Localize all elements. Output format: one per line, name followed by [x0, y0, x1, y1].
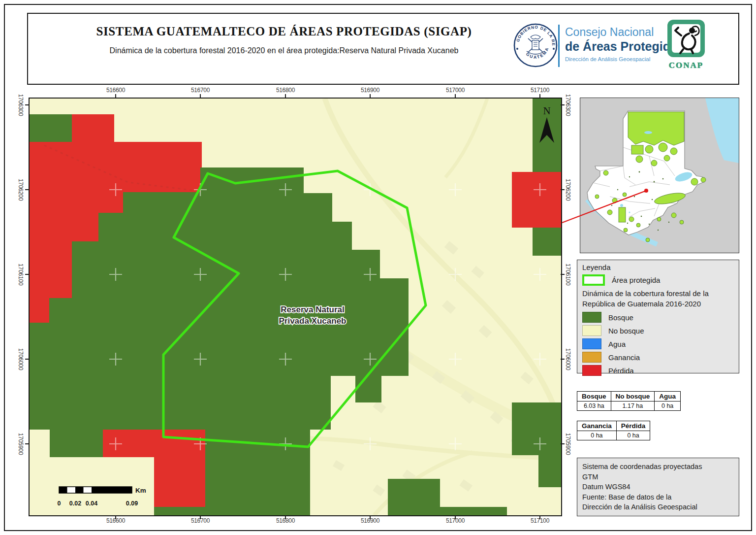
axis-tick: [370, 515, 371, 519]
area-protegida-swatch: [582, 274, 605, 286]
axis-tick: [539, 94, 540, 98]
svg-text:0.02: 0.02: [69, 500, 81, 507]
x-axis-label: 516900: [361, 87, 379, 94]
legend-section-title: Dinámica de la cobertura forestal de la …: [582, 288, 739, 309]
x-axis-label: 516800: [276, 87, 295, 94]
title-block: SISTEMA GUATEMALTECO DE ÁREAS PROTEGIDAS…: [67, 25, 501, 55]
legend-item-label: Agua: [608, 340, 626, 348]
change-header: Ganancia: [577, 421, 617, 431]
area-label-line2: Privada Xucaneb: [279, 316, 346, 326]
coverage-value: 1.17 ha: [611, 401, 655, 411]
axis-tick: [561, 189, 565, 190]
axis-tick: [200, 515, 201, 519]
change-table: Ganancia Pérdida 0 ha 0 ha: [577, 421, 650, 440]
info-line: Fuente: Base de datos de la: [582, 492, 734, 502]
north-label: N: [543, 105, 550, 117]
scale-unit: Km: [135, 487, 146, 494]
svg-text:0: 0: [58, 500, 61, 507]
legend-title: Leyenda: [582, 263, 739, 271]
page-title: SISTEMA GUATEMALTECO DE ÁREAS PROTEGIDAS…: [67, 25, 501, 38]
y-axis-label: 1705900: [17, 433, 24, 455]
ganancia-swatch: [582, 352, 601, 363]
y-axis-label: 1706000: [565, 348, 571, 370]
x-axis-label: 517100: [531, 87, 549, 94]
x-axis-label: 516600: [106, 87, 125, 94]
info-line: Datum WGS84: [582, 482, 734, 492]
coverage-value: 6.03 ha: [577, 401, 611, 411]
y-axis-label: 1706100: [17, 264, 24, 286]
bosque-swatch: [582, 312, 601, 323]
main-map: Reserva Natural Privada Xucaneb N Km 0 0…: [29, 98, 562, 516]
inset-map: [580, 98, 739, 253]
coverage-table: Bosque No bosque Agua 6.03 ha 1.17 ha 0 …: [577, 391, 681, 411]
axis-tick: [25, 359, 29, 360]
info-line: Dirección de la Análisis Geoespacial: [582, 502, 734, 512]
perdida-region: [512, 172, 561, 228]
axis-tick: [370, 94, 371, 98]
y-axis-label: 1706300: [17, 94, 24, 116]
axis-tick: [25, 104, 29, 105]
axis-tick: [115, 515, 116, 519]
page-subtitle: Dinámica de la cobertura forestal 2016-2…: [67, 46, 501, 55]
org-divider: [558, 25, 560, 67]
axis-tick: [25, 189, 29, 190]
conap-label: CONAP: [662, 61, 710, 70]
agua-swatch: [582, 338, 601, 349]
header-box: SISTEMA GUATEMALTECO DE ÁREAS PROTEGIDAS…: [27, 13, 739, 85]
axis-tick: [561, 104, 565, 105]
area-label-line1: Reserva Natural: [281, 305, 344, 314]
axis-tick: [455, 94, 456, 98]
y-axis-label: 1706000: [17, 348, 24, 370]
coverage-header: Agua: [655, 392, 681, 401]
axis-tick: [25, 443, 29, 444]
axis-tick: [561, 274, 565, 275]
y-axis-label: 1705900: [565, 433, 571, 455]
x-axis-label: 517000: [446, 87, 465, 94]
logo-zone: GOBIERNO DE LA REPÚBLICA GUATEMALA Conse…: [510, 18, 731, 80]
axis-tick: [285, 515, 286, 519]
change-value: 0 ha: [577, 431, 617, 440]
coordinate-info-box: Sistema de coordenadas proyectadas GTM D…: [577, 458, 739, 516]
axis-tick: [561, 359, 565, 360]
change-header: Pérdida: [616, 421, 650, 431]
coverage-header: No bosque: [611, 392, 655, 401]
change-value: 0 ha: [616, 431, 650, 440]
axis-tick: [25, 274, 29, 275]
axis-tick: [200, 94, 201, 98]
legend-item-label: Ganancia: [608, 353, 640, 362]
legend-item-label: Bosque: [608, 313, 633, 322]
svg-text:0.09: 0.09: [126, 500, 138, 507]
y-axis-label: 1706200: [17, 179, 24, 201]
x-axis-label: 516700: [191, 87, 210, 94]
conap-logo: CONAP: [662, 19, 710, 70]
conap-monkey-icon: [666, 19, 706, 58]
y-axis-label: 1706300: [565, 94, 571, 116]
coverage-value: 0 ha: [655, 401, 681, 411]
no-bosque-swatch: [582, 325, 601, 336]
axis-tick: [285, 94, 286, 98]
axis-tick: [539, 515, 540, 519]
info-line: Sistema de coordenadas proyectadas: [582, 462, 734, 472]
legend-item-label: Área protegida: [612, 276, 660, 284]
y-axis-label: 1706200: [565, 179, 571, 201]
axis-tick: [561, 443, 565, 444]
svg-text:0.04: 0.04: [86, 500, 97, 507]
legend-panel: Leyenda Área protegida Dinámica de la co…: [577, 260, 739, 373]
government-seal-icon: GOBIERNO DE LA REPÚBLICA GUATEMALA: [512, 22, 559, 69]
legend-item-label: No bosque: [608, 327, 644, 335]
perdida-swatch: [582, 365, 601, 376]
coverage-header: Bosque: [577, 392, 611, 401]
y-axis-label: 1706100: [565, 264, 571, 286]
axis-tick: [115, 94, 116, 98]
map-sheet: SISTEMA GUATEMALTECO DE ÁREAS PROTEGIDAS…: [0, 0, 756, 535]
legend-item-label: Pérdida: [608, 367, 634, 375]
bosque-region: [30, 114, 72, 142]
axis-tick: [455, 515, 456, 519]
info-line: GTM: [582, 472, 734, 482]
